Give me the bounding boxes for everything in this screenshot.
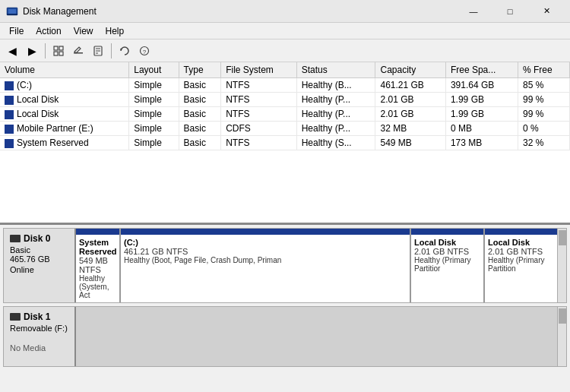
grid-button[interactable] [49,42,68,60]
cell-filesystem: NTFS [221,136,296,150]
back-button[interactable]: ◀ [3,42,21,60]
partition[interactable]: System Reserved 549 MB NTFS Healthy (Sys… [76,229,121,302]
disk-label: Disk 0 Basic 465.76 GB Online [4,229,76,302]
menu-help[interactable]: Help [100,24,131,38]
cell-capacity: 461.21 GB [375,78,445,93]
partition-name: (C:) [124,238,407,247]
partition[interactable]: Local Disk 2.01 GB NTFS Healthy (Primary… [411,229,485,302]
forward-button[interactable]: ▶ [23,42,41,60]
svg-rect-2 [7,14,17,15]
col-capacity[interactable]: Capacity [375,62,445,78]
partition-name: Local Disk [414,238,480,247]
cell-layout: Simple [129,122,179,136]
partition-header [411,229,483,235]
partition-size: 549 MB NTFS [79,256,116,274]
cell-volume: Mobile Partner (E:) [0,122,129,136]
partition[interactable]: Local Disk 2.01 GB NTFS Healthy (Primary… [485,229,557,302]
partition-status: Healthy (Primary Partition [488,256,554,273]
volume-table-pane: Volume Layout Type File System Status Ca… [0,62,570,225]
disk-name: Disk 1 [10,311,68,322]
col-type[interactable]: Type [179,62,221,78]
svg-rect-4 [59,46,63,50]
cell-layout: Simple [129,107,179,122]
partition-header [76,229,119,235]
properties-button[interactable] [89,42,107,60]
cell-type: Basic [179,78,221,93]
col-filesystem[interactable]: File System [221,62,296,78]
cell-capacity: 549 MB [375,136,445,150]
disk-row: Disk 1 Removable (F:) No Media [3,306,567,367]
col-freespace[interactable]: Free Spa... [445,62,518,78]
cell-capacity: 32 MB [375,122,445,136]
col-volume[interactable]: Volume [0,62,129,78]
svg-rect-1 [8,9,16,14]
cell-status: Healthy (B... [296,78,375,93]
cell-freespace: 173 MB [445,136,518,150]
svg-marker-8 [74,47,81,53]
cell-filesystem: CDFS [221,122,296,136]
volume-table: Volume Layout Type File System Status Ca… [0,62,570,150]
cell-volume: Local Disk [0,93,129,107]
table-row[interactable]: Mobile Partner (E:) Simple Basic CDFS He… [0,122,570,136]
svg-rect-3 [54,46,58,50]
disk-partitions [76,307,557,366]
partition-status: Healthy (Boot, Page File, Crash Dump, Pr… [124,256,407,264]
cell-freespace: 1.99 GB [445,93,518,107]
partition-header [121,229,410,235]
partition[interactable]: (C:) 461.21 GB NTFS Healthy (Boot, Page … [121,229,411,302]
cell-status: Healthy (P... [296,107,375,122]
minimize-button[interactable]: — [456,0,491,23]
disk-size: 465.76 GB [10,254,68,264]
disk-name: Disk 0 [10,233,68,244]
menu-bar: File Action View Help [0,23,570,40]
partition-header [485,229,557,235]
cell-filesystem: NTFS [221,78,296,93]
disk-type: Basic [10,245,68,254]
partition-body: Local Disk 2.01 GB NTFS Healthy (Primary… [411,235,483,302]
svg-rect-5 [54,52,58,55]
help-button[interactable]: ? [135,42,154,60]
cell-layout: Simple [129,78,179,93]
partition-status: Healthy (Primary Partitior [414,256,480,273]
window-title: Disk Management [23,6,456,17]
toolbar-separator-2 [111,43,112,58]
cell-freespace: 0 MB [445,122,518,136]
cell-type: Basic [179,93,221,107]
menu-view[interactable]: View [68,24,100,38]
undo-button[interactable] [116,42,134,60]
scrollbar-thumb [559,230,566,245]
partition-size: 2.01 GB NTFS [488,247,554,256]
maximize-button[interactable]: □ [492,0,527,23]
scrollbar[interactable] [557,307,566,366]
cell-status: Healthy (P... [296,122,375,136]
disk-status: Online [10,265,68,274]
col-layout[interactable]: Layout [129,62,179,78]
cell-volume: Local Disk [0,107,129,122]
disk-partitions: System Reserved 549 MB NTFS Healthy (Sys… [76,229,557,302]
cell-pctfree: 99 % [518,107,570,122]
edit-button[interactable] [69,42,87,60]
cell-volume: (C:) [0,78,129,93]
cell-pctfree: 32 % [518,136,570,150]
cell-pctfree: 85 % [518,78,570,93]
col-pctfree[interactable]: % Free [518,62,570,78]
cell-status: Healthy (P... [296,93,375,107]
disk-label: Disk 1 Removable (F:) No Media [4,307,76,366]
partition-name: System Reserved [79,238,116,256]
toolbar-separator-1 [45,43,46,58]
disk-visualizer-pane: Disk 0 Basic 465.76 GB Online System Res… [0,225,570,392]
table-row[interactable]: System Reserved Simple Basic NTFS Health… [0,136,570,150]
table-row[interactable]: Local Disk Simple Basic NTFS Healthy (P.… [0,107,570,122]
col-status[interactable]: Status [296,62,375,78]
table-row[interactable]: (C:) Simple Basic NTFS Healthy (B... 461… [0,78,570,93]
scrollbar[interactable] [557,229,566,302]
menu-action[interactable]: Action [30,24,67,38]
close-button[interactable]: ✕ [529,0,564,23]
menu-file[interactable]: File [3,24,30,38]
cell-pctfree: 0 % [518,122,570,136]
scrollbar-thumb [559,308,566,324]
svg-text:?: ? [143,49,147,55]
table-row[interactable]: Local Disk Simple Basic NTFS Healthy (P.… [0,93,570,107]
cell-capacity: 2.01 GB [375,93,445,107]
cell-layout: Simple [129,136,179,150]
